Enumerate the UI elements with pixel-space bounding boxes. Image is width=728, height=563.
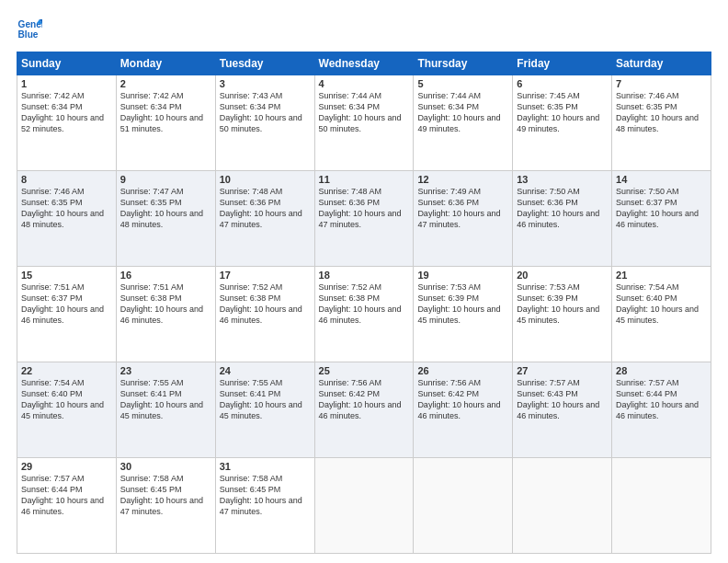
calendar-cell: 5Sunrise: 7:44 AMSunset: 6:34 PMDaylight… bbox=[414, 75, 513, 171]
day-info: Sunrise: 7:51 AMSunset: 6:37 PMDaylight:… bbox=[21, 282, 104, 325]
day-number: 13 bbox=[517, 174, 608, 185]
day-header-friday: Friday bbox=[513, 52, 612, 75]
calendar-cell: 7Sunrise: 7:46 AMSunset: 6:35 PMDaylight… bbox=[612, 75, 711, 171]
calendar-cell: 24Sunrise: 7:55 AMSunset: 6:41 PMDayligh… bbox=[215, 362, 314, 458]
calendar-cell: 15Sunrise: 7:51 AMSunset: 6:37 PMDayligh… bbox=[17, 267, 117, 362]
day-info: Sunrise: 7:54 AMSunset: 6:40 PMDaylight:… bbox=[616, 282, 699, 325]
day-number: 5 bbox=[417, 78, 508, 89]
day-info: Sunrise: 7:55 AMSunset: 6:41 PMDaylight:… bbox=[220, 378, 302, 420]
calendar-cell: 9Sunrise: 7:47 AMSunset: 6:35 PMDaylight… bbox=[116, 171, 215, 267]
day-info: Sunrise: 7:52 AMSunset: 6:38 PMDaylight:… bbox=[319, 282, 402, 325]
calendar-cell bbox=[612, 458, 711, 554]
day-info: Sunrise: 7:46 AMSunset: 6:35 PMDaylight:… bbox=[616, 91, 699, 133]
day-info: Sunrise: 7:57 AMSunset: 6:44 PMDaylight:… bbox=[21, 474, 104, 516]
calendar-week-row: 15Sunrise: 7:51 AMSunset: 6:37 PMDayligh… bbox=[17, 267, 711, 362]
calendar-cell: 1Sunrise: 7:42 AMSunset: 6:34 PMDaylight… bbox=[17, 75, 117, 171]
day-info: Sunrise: 7:50 AMSunset: 6:37 PMDaylight:… bbox=[616, 187, 699, 229]
calendar-cell: 16Sunrise: 7:51 AMSunset: 6:38 PMDayligh… bbox=[116, 267, 215, 362]
day-header-tuesday: Tuesday bbox=[215, 52, 314, 75]
calendar-week-row: 1Sunrise: 7:42 AMSunset: 6:34 PMDaylight… bbox=[17, 75, 711, 171]
calendar-cell: 21Sunrise: 7:54 AMSunset: 6:40 PMDayligh… bbox=[612, 267, 711, 362]
calendar-week-row: 22Sunrise: 7:54 AMSunset: 6:40 PMDayligh… bbox=[17, 362, 711, 458]
calendar-cell: 18Sunrise: 7:52 AMSunset: 6:38 PMDayligh… bbox=[314, 267, 414, 362]
calendar-cell: 31Sunrise: 7:58 AMSunset: 6:45 PMDayligh… bbox=[215, 458, 314, 554]
day-number: 7 bbox=[616, 78, 707, 89]
day-info: Sunrise: 7:45 AMSunset: 6:35 PMDaylight:… bbox=[517, 91, 599, 133]
calendar-table: SundayMondayTuesdayWednesdayThursdayFrid… bbox=[17, 52, 711, 554]
calendar-cell: 11Sunrise: 7:48 AMSunset: 6:36 PMDayligh… bbox=[314, 171, 414, 267]
day-header-saturday: Saturday bbox=[612, 52, 711, 75]
calendar-cell bbox=[513, 458, 612, 554]
day-info: Sunrise: 7:52 AMSunset: 6:38 PMDaylight:… bbox=[220, 282, 302, 325]
calendar-cell: 27Sunrise: 7:57 AMSunset: 6:43 PMDayligh… bbox=[513, 362, 612, 458]
calendar-cell: 30Sunrise: 7:58 AMSunset: 6:45 PMDayligh… bbox=[116, 458, 215, 554]
day-number: 23 bbox=[120, 365, 211, 376]
day-number: 18 bbox=[319, 270, 410, 281]
header: General Blue bbox=[17, 17, 711, 42]
day-info: Sunrise: 7:54 AMSunset: 6:40 PMDaylight:… bbox=[21, 378, 104, 420]
calendar-cell: 10Sunrise: 7:48 AMSunset: 6:36 PMDayligh… bbox=[215, 171, 314, 267]
day-number: 3 bbox=[220, 78, 311, 89]
day-info: Sunrise: 7:55 AMSunset: 6:41 PMDaylight:… bbox=[120, 378, 203, 420]
day-number: 6 bbox=[517, 78, 608, 89]
day-number: 16 bbox=[120, 270, 211, 281]
calendar-cell: 25Sunrise: 7:56 AMSunset: 6:42 PMDayligh… bbox=[314, 362, 414, 458]
day-number: 21 bbox=[616, 270, 707, 281]
day-number: 15 bbox=[21, 270, 112, 281]
day-number: 27 bbox=[517, 365, 608, 376]
day-info: Sunrise: 7:48 AMSunset: 6:36 PMDaylight:… bbox=[319, 187, 402, 229]
calendar-header-row: SundayMondayTuesdayWednesdayThursdayFrid… bbox=[17, 52, 711, 75]
day-number: 2 bbox=[120, 78, 211, 89]
day-header-sunday: Sunday bbox=[17, 52, 117, 75]
calendar-week-row: 29Sunrise: 7:57 AMSunset: 6:44 PMDayligh… bbox=[17, 458, 711, 554]
day-info: Sunrise: 7:56 AMSunset: 6:42 PMDaylight:… bbox=[319, 378, 402, 420]
day-number: 24 bbox=[220, 365, 311, 376]
day-info: Sunrise: 7:47 AMSunset: 6:35 PMDaylight:… bbox=[120, 187, 203, 229]
calendar-cell: 29Sunrise: 7:57 AMSunset: 6:44 PMDayligh… bbox=[17, 458, 117, 554]
day-number: 29 bbox=[21, 461, 112, 472]
day-header-monday: Monday bbox=[116, 52, 215, 75]
calendar-cell: 17Sunrise: 7:52 AMSunset: 6:38 PMDayligh… bbox=[215, 267, 314, 362]
day-number: 25 bbox=[319, 365, 410, 376]
day-info: Sunrise: 7:53 AMSunset: 6:39 PMDaylight:… bbox=[417, 282, 500, 325]
calendar-cell: 2Sunrise: 7:42 AMSunset: 6:34 PMDaylight… bbox=[116, 75, 215, 171]
day-number: 14 bbox=[616, 174, 707, 185]
day-number: 9 bbox=[120, 174, 211, 185]
day-info: Sunrise: 7:46 AMSunset: 6:35 PMDaylight:… bbox=[21, 187, 104, 229]
calendar-cell: 22Sunrise: 7:54 AMSunset: 6:40 PMDayligh… bbox=[17, 362, 117, 458]
calendar-week-row: 8Sunrise: 7:46 AMSunset: 6:35 PMDaylight… bbox=[17, 171, 711, 267]
day-info: Sunrise: 7:43 AMSunset: 6:34 PMDaylight:… bbox=[220, 91, 302, 133]
day-info: Sunrise: 7:44 AMSunset: 6:34 PMDaylight:… bbox=[319, 91, 402, 133]
day-info: Sunrise: 7:42 AMSunset: 6:34 PMDaylight:… bbox=[21, 91, 104, 133]
calendar-cell: 20Sunrise: 7:53 AMSunset: 6:39 PMDayligh… bbox=[513, 267, 612, 362]
day-number: 30 bbox=[120, 461, 211, 472]
calendar-cell: 23Sunrise: 7:55 AMSunset: 6:41 PMDayligh… bbox=[116, 362, 215, 458]
day-header-thursday: Thursday bbox=[414, 52, 513, 75]
calendar-cell: 12Sunrise: 7:49 AMSunset: 6:36 PMDayligh… bbox=[414, 171, 513, 267]
calendar-cell bbox=[314, 458, 414, 554]
calendar-cell: 3Sunrise: 7:43 AMSunset: 6:34 PMDaylight… bbox=[215, 75, 314, 171]
logo: General Blue bbox=[17, 17, 48, 42]
calendar-cell bbox=[414, 458, 513, 554]
day-info: Sunrise: 7:49 AMSunset: 6:36 PMDaylight:… bbox=[417, 187, 500, 229]
day-info: Sunrise: 7:51 AMSunset: 6:38 PMDaylight:… bbox=[120, 282, 203, 325]
day-number: 28 bbox=[616, 365, 707, 376]
day-number: 8 bbox=[21, 174, 112, 185]
calendar-cell: 26Sunrise: 7:56 AMSunset: 6:42 PMDayligh… bbox=[414, 362, 513, 458]
calendar-cell: 28Sunrise: 7:57 AMSunset: 6:44 PMDayligh… bbox=[612, 362, 711, 458]
calendar-cell: 14Sunrise: 7:50 AMSunset: 6:37 PMDayligh… bbox=[612, 171, 711, 267]
day-info: Sunrise: 7:57 AMSunset: 6:44 PMDaylight:… bbox=[616, 378, 699, 420]
day-info: Sunrise: 7:58 AMSunset: 6:45 PMDaylight:… bbox=[220, 474, 302, 516]
day-info: Sunrise: 7:56 AMSunset: 6:42 PMDaylight:… bbox=[417, 378, 500, 420]
svg-text:Blue: Blue bbox=[18, 29, 39, 40]
day-info: Sunrise: 7:58 AMSunset: 6:45 PMDaylight:… bbox=[120, 474, 203, 516]
day-info: Sunrise: 7:53 AMSunset: 6:39 PMDaylight:… bbox=[517, 282, 599, 325]
calendar-cell: 13Sunrise: 7:50 AMSunset: 6:36 PMDayligh… bbox=[513, 171, 612, 267]
page: General Blue SundayMondayTuesdayWednesda… bbox=[0, 0, 728, 563]
day-number: 4 bbox=[319, 78, 410, 89]
day-number: 26 bbox=[417, 365, 508, 376]
day-info: Sunrise: 7:50 AMSunset: 6:36 PMDaylight:… bbox=[517, 187, 599, 229]
day-header-wednesday: Wednesday bbox=[314, 52, 414, 75]
day-number: 12 bbox=[417, 174, 508, 185]
day-number: 31 bbox=[220, 461, 311, 472]
